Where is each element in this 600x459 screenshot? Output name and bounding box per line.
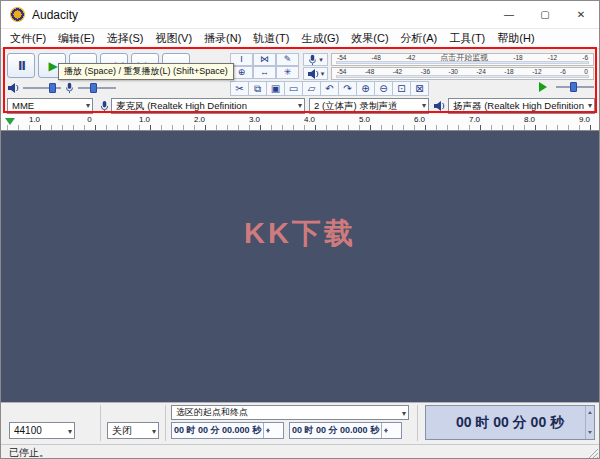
ruler-label: 6.0 — [392, 115, 447, 124]
separator — [100, 405, 101, 441]
output-volume-group — [7, 81, 61, 94]
project-rate-select[interactable]: 44100 — [9, 422, 75, 439]
ruler-label: 5.0 — [337, 115, 392, 124]
menu-item[interactable]: 文件(F) — [4, 31, 52, 46]
audio-position-field[interactable]: 00 时 00 分 00 秒 — [425, 405, 595, 440]
separator — [417, 405, 418, 441]
zoom-out-button[interactable]: ⊖ — [374, 81, 393, 96]
speaker-icon — [7, 82, 19, 94]
ruler-label: 8.0 — [502, 115, 557, 124]
selection-end-field[interactable]: 00 时 00 分 00.000 秒 — [289, 422, 402, 439]
spinner[interactable] — [381, 423, 390, 438]
microphone-icon — [97, 99, 111, 113]
resize-grip[interactable] — [587, 448, 598, 459]
timeline-ruler[interactable]: 1.001.02.03.04.05.06.07.08.09.0 — [1, 114, 599, 131]
play-button-tooltip: 播放 (Space) / 重复播放(L) (Shift+Space) — [58, 63, 234, 80]
minimize-button[interactable]: — — [491, 1, 527, 28]
ruler-label: 9.0 — [557, 115, 600, 124]
play-speed-slider[interactable] — [556, 81, 594, 93]
menu-item[interactable]: 生成(G) — [295, 31, 345, 46]
menu-bar: 文件(F)编辑(E)选择(S)视图(V)播录(N)轨道(T)生成(G)效果(C)… — [1, 29, 599, 49]
selection-end-value: 00 时 00 分 00.000 秒 — [290, 424, 381, 437]
ruler-label: 0 — [62, 115, 117, 124]
output-volume-thumb[interactable] — [49, 83, 56, 93]
timeshift-tool-button[interactable]: ↔ — [253, 66, 276, 79]
play-at-speed-button[interactable] — [539, 82, 552, 92]
ruler-labels: 1.001.02.03.04.05.06.07.08.09.0 — [7, 115, 600, 124]
edit-toolbar: ✂⧉▣▭▱↶↷⊕⊖⊡⊠ — [230, 81, 428, 96]
selection-mode-select[interactable]: 选区的起点和终点 — [171, 405, 409, 420]
input-volume-group — [65, 81, 116, 94]
track-panel[interactable]: KK下载 — [1, 131, 599, 402]
trim-audio-button[interactable]: ▭ — [284, 81, 303, 96]
pause-button[interactable]: Ⅱ — [7, 53, 35, 78]
maximize-button[interactable]: ▢ — [527, 1, 563, 28]
audacity-window: Audacity — ▢ ✕ 文件(F)编辑(E)选择(S)视图(V)播录(N)… — [0, 0, 600, 459]
recording-device-select[interactable]: 麦克风 (Realtek High Definition — [111, 98, 305, 114]
playback-meter-dropdown[interactable] — [303, 67, 328, 80]
window-controls: — ▢ ✕ — [491, 1, 599, 28]
recording-channels-select[interactable]: 2 (立体声) 录制声道 — [309, 98, 429, 114]
menu-item[interactable]: 编辑(E) — [52, 31, 101, 46]
separator — [165, 405, 166, 441]
menu-item[interactable]: 工具(T) — [443, 31, 491, 46]
window-title: Audacity — [32, 8, 78, 22]
input-volume-thumb[interactable] — [90, 83, 97, 93]
menu-item[interactable]: 视图(V) — [149, 31, 198, 46]
playback-meter-track — [336, 75, 589, 78]
playback-device-select[interactable]: 扬声器 (Realtek High Definition — [448, 98, 595, 114]
status-text: 已停止。 — [1, 446, 49, 459]
menu-item[interactable]: 选择(S) — [101, 31, 150, 46]
ruler-ticks — [7, 125, 599, 130]
speaker-icon — [432, 99, 446, 113]
multi-tool-button[interactable]: ✳ — [276, 66, 299, 79]
audio-host-select[interactable]: MME — [7, 98, 93, 114]
menu-item[interactable]: 播录(N) — [198, 31, 247, 46]
cut-button[interactable]: ✂ — [230, 81, 249, 96]
snap-to-select[interactable]: 关闭 — [107, 422, 159, 439]
zoom-selection-button[interactable]: ⊡ — [392, 81, 411, 96]
menu-item[interactable]: 效果(C) — [345, 31, 394, 46]
draw-tool-button[interactable]: ✎ — [276, 53, 299, 66]
input-volume-slider[interactable] — [78, 82, 116, 94]
envelope-tool-button[interactable]: ⋈ — [253, 53, 276, 66]
menu-item[interactable]: 轨道(T) — [247, 31, 295, 46]
menu-item[interactable]: 分析(A) — [395, 31, 444, 46]
ruler-label: 3.0 — [227, 115, 282, 124]
speaker-icon — [307, 68, 319, 80]
play-at-speed-toolbar — [539, 81, 594, 93]
playback-meter[interactable]: -54-48-42-36-30-24-18-12-60 — [331, 67, 594, 80]
silence-audio-button[interactable]: ▱ — [302, 81, 321, 96]
paste-button[interactable]: ▣ — [266, 81, 285, 96]
recording-meter-track — [336, 61, 589, 64]
ruler-label: 7.0 — [447, 115, 502, 124]
menu-item[interactable]: 帮助(H) — [491, 31, 540, 46]
microphone-icon — [308, 54, 317, 66]
copy-button[interactable]: ⧉ — [248, 81, 267, 96]
output-volume-slider[interactable] — [23, 82, 61, 94]
redo-button[interactable]: ↷ — [338, 81, 357, 96]
watermark-text: KK下载 — [1, 214, 599, 254]
selection-start-field[interactable]: 00 时 00 分 00.000 秒 — [171, 422, 284, 439]
audacity-logo-icon — [10, 7, 25, 22]
ruler-label: 1.0 — [117, 115, 172, 124]
play-speed-thumb[interactable] — [570, 82, 577, 92]
recording-meter-dropdown[interactable] — [303, 53, 328, 66]
zoom-in-button[interactable]: ⊕ — [356, 81, 375, 96]
spinner[interactable] — [263, 423, 272, 438]
title-bar: Audacity — ▢ ✕ — [1, 1, 599, 29]
audio-position-value: 00 时 00 分 00 秒 — [456, 414, 564, 432]
zoom-fit-button[interactable]: ⊠ — [410, 81, 429, 96]
selection-start-value: 00 时 00 分 00.000 秒 — [172, 424, 263, 437]
ruler-label: 1.0 — [7, 115, 62, 124]
ruler-label: 4.0 — [282, 115, 337, 124]
spinner[interactable] — [585, 406, 594, 439]
ruler-label: 2.0 — [172, 115, 227, 124]
close-button[interactable]: ✕ — [563, 1, 599, 28]
tools-toolbar: I⋈✎⊕↔✳ — [230, 53, 299, 79]
undo-button[interactable]: ↶ — [320, 81, 339, 96]
recording-meter[interactable]: -54-48-42 点击开始监视 -18-12-6 — [331, 53, 594, 66]
microphone-icon — [65, 82, 74, 94]
status-bar: 已停止。 — [1, 444, 599, 459]
